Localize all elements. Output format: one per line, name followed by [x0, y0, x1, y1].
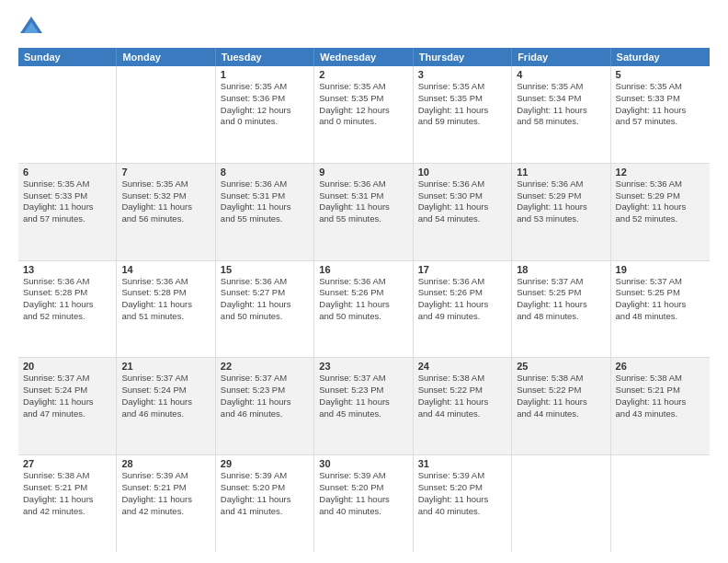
cell-line: and 52 minutes.	[23, 311, 111, 323]
calendar-cell: 12Sunrise: 5:36 AMSunset: 5:29 PMDayligh…	[611, 164, 710, 260]
cell-line: Daylight: 11 hours	[616, 105, 705, 117]
calendar-header: SundayMondayTuesdayWednesdayThursdayFrid…	[18, 48, 710, 66]
cell-line: and 51 minutes.	[121, 311, 210, 323]
cell-line: Sunset: 5:33 PM	[23, 190, 111, 202]
cell-line: Sunset: 5:25 PM	[616, 287, 705, 299]
cell-line: Daylight: 11 hours	[517, 396, 605, 408]
cell-line: and 55 minutes.	[319, 213, 407, 225]
cell-line: Sunrise: 5:36 AM	[319, 276, 407, 288]
header-day-thursday: Thursday	[414, 48, 512, 66]
calendar-cell: 15Sunrise: 5:36 AMSunset: 5:27 PMDayligh…	[216, 261, 314, 358]
calendar-cell: 1Sunrise: 5:35 AMSunset: 5:36 PMDaylight…	[216, 66, 314, 163]
cell-line: Daylight: 11 hours	[418, 494, 506, 506]
cell-line: Sunrise: 5:35 AM	[319, 81, 407, 93]
calendar-cell: 14Sunrise: 5:36 AMSunset: 5:28 PMDayligh…	[117, 261, 215, 358]
calendar-cell: 25Sunrise: 5:38 AMSunset: 5:22 PMDayligh…	[512, 358, 610, 454]
cell-line: Sunrise: 5:39 AM	[319, 470, 407, 482]
cell-line: Sunrise: 5:39 AM	[221, 470, 309, 482]
cell-line: Daylight: 11 hours	[517, 105, 605, 117]
cell-line: Daylight: 11 hours	[23, 494, 111, 506]
cell-line: and 42 minutes.	[23, 506, 111, 518]
calendar-cell: 18Sunrise: 5:37 AMSunset: 5:25 PMDayligh…	[512, 261, 610, 358]
day-number: 26	[616, 361, 705, 372]
cell-line: Sunrise: 5:37 AM	[517, 276, 605, 288]
day-number: 11	[517, 167, 605, 178]
cell-line: Sunset: 5:22 PM	[517, 385, 605, 396]
cell-line: Daylight: 11 hours	[221, 201, 309, 213]
cell-line: and 0 minutes.	[221, 116, 309, 128]
cell-line: Sunset: 5:28 PM	[23, 287, 111, 299]
cell-line: Daylight: 11 hours	[221, 299, 309, 311]
cell-line: and 48 minutes.	[616, 311, 705, 323]
cell-line: Daylight: 11 hours	[221, 494, 309, 506]
day-number: 6	[23, 167, 111, 178]
cell-line: and 58 minutes.	[517, 116, 605, 128]
cell-line: Daylight: 11 hours	[121, 396, 210, 408]
cell-line: Sunset: 5:26 PM	[418, 287, 506, 299]
cell-line: Sunset: 5:29 PM	[517, 190, 605, 202]
cell-line: and 43 minutes.	[616, 408, 705, 420]
cell-line: and 42 minutes.	[121, 506, 210, 518]
cell-line: Daylight: 11 hours	[319, 494, 407, 506]
calendar-cell: 5Sunrise: 5:35 AMSunset: 5:33 PMDaylight…	[611, 66, 710, 163]
day-number: 8	[221, 167, 309, 178]
calendar-body: 1Sunrise: 5:35 AMSunset: 5:36 PMDaylight…	[18, 66, 710, 552]
cell-line: Sunrise: 5:35 AM	[517, 81, 605, 93]
cell-line: Sunrise: 5:38 AM	[418, 373, 506, 385]
cell-line: Daylight: 11 hours	[517, 201, 605, 213]
header-day-friday: Friday	[512, 48, 610, 66]
cell-line: Sunrise: 5:36 AM	[221, 178, 309, 190]
cell-line: Sunset: 5:31 PM	[221, 190, 309, 202]
day-number: 18	[517, 264, 605, 275]
cell-line: Sunset: 5:20 PM	[319, 482, 407, 494]
cell-line: Sunset: 5:20 PM	[221, 482, 309, 494]
cell-line: Daylight: 11 hours	[418, 396, 506, 408]
cell-line: Daylight: 11 hours	[23, 299, 111, 311]
cell-line: and 44 minutes.	[418, 408, 506, 420]
calendar-cell: 19Sunrise: 5:37 AMSunset: 5:25 PMDayligh…	[611, 261, 710, 358]
calendar-cell: 16Sunrise: 5:36 AMSunset: 5:26 PMDayligh…	[314, 261, 413, 358]
cell-line: Sunset: 5:21 PM	[616, 385, 705, 396]
cell-line: Daylight: 11 hours	[616, 201, 705, 213]
calendar-cell	[117, 66, 215, 163]
day-number: 3	[418, 69, 506, 80]
day-number: 28	[121, 458, 210, 469]
cell-line: and 47 minutes.	[23, 408, 111, 420]
calendar-cell: 3Sunrise: 5:35 AMSunset: 5:35 PMDaylight…	[414, 66, 512, 163]
calendar-cell	[512, 455, 610, 552]
cell-line: and 0 minutes.	[319, 116, 407, 128]
cell-line: Sunrise: 5:37 AM	[616, 276, 705, 288]
cell-line: Daylight: 11 hours	[418, 299, 506, 311]
cell-line: Sunset: 5:31 PM	[319, 190, 407, 202]
cell-line: and 40 minutes.	[418, 506, 506, 518]
calendar-cell: 8Sunrise: 5:36 AMSunset: 5:31 PMDaylight…	[216, 164, 314, 260]
cell-line: Sunrise: 5:38 AM	[23, 470, 111, 482]
calendar-cell: 11Sunrise: 5:36 AMSunset: 5:29 PMDayligh…	[512, 164, 610, 260]
day-number: 15	[221, 264, 309, 275]
cell-line: Sunrise: 5:35 AM	[121, 178, 210, 190]
cell-line: Sunrise: 5:36 AM	[121, 276, 210, 288]
cell-line: Sunset: 5:20 PM	[418, 482, 506, 494]
cell-line: and 40 minutes.	[319, 506, 407, 518]
day-number: 2	[319, 69, 407, 80]
cell-line: and 46 minutes.	[121, 408, 210, 420]
cell-line: Sunrise: 5:38 AM	[616, 373, 705, 385]
cell-line: Sunset: 5:28 PM	[121, 287, 210, 299]
cell-line: and 46 minutes.	[221, 408, 309, 420]
calendar-cell: 26Sunrise: 5:38 AMSunset: 5:21 PMDayligh…	[611, 358, 710, 454]
cell-line: and 52 minutes.	[616, 213, 705, 225]
calendar-row-5: 27Sunrise: 5:38 AMSunset: 5:21 PMDayligh…	[18, 455, 710, 552]
calendar-cell: 31Sunrise: 5:39 AMSunset: 5:20 PMDayligh…	[414, 455, 512, 552]
cell-line: and 57 minutes.	[616, 116, 705, 128]
day-number: 13	[23, 264, 111, 275]
header-day-monday: Monday	[117, 48, 215, 66]
calendar-cell: 27Sunrise: 5:38 AMSunset: 5:21 PMDayligh…	[18, 455, 117, 552]
calendar-cell: 13Sunrise: 5:36 AMSunset: 5:28 PMDayligh…	[18, 261, 117, 358]
page: SundayMondayTuesdayWednesdayThursdayFrid…	[0, 0, 728, 563]
calendar-cell: 6Sunrise: 5:35 AMSunset: 5:33 PMDaylight…	[18, 164, 117, 260]
cell-line: Sunset: 5:35 PM	[418, 93, 506, 105]
cell-line: Sunset: 5:36 PM	[221, 93, 309, 105]
calendar-cell	[18, 66, 117, 163]
day-number: 21	[121, 361, 210, 372]
cell-line: Sunrise: 5:36 AM	[418, 178, 506, 190]
